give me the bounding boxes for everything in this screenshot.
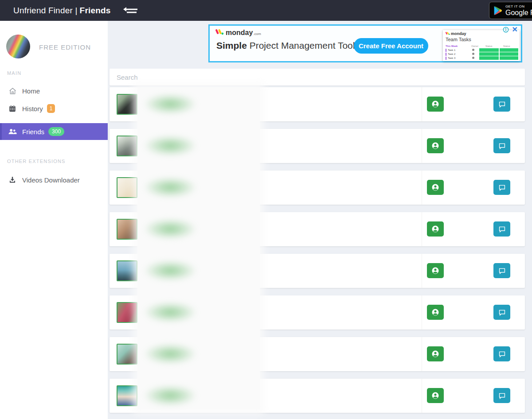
create-free-account-button[interactable]: Create Free Account [354,38,428,54]
view-profile-button[interactable] [427,97,444,112]
ad-preview-task-row: Task 2 [446,52,455,56]
chat-icon [498,183,506,192]
page-title-app: Unfriend Finder | [13,6,78,15]
sidebar-item-label: Home [22,87,40,95]
calendar-icon [8,105,17,113]
section-other-label: OTHER EXTENSIONS [7,159,66,164]
message-button[interactable] [493,263,510,278]
friend-avatar[interactable] [117,177,137,198]
play-badge-line2: Google Play [505,9,532,17]
ad-headline-rest: Project Management Tool [247,40,355,50]
ad-preview-task-row: Task 1 [446,48,455,52]
app-header: Unfriend Finder |Friends GET IT ON Googl… [0,0,532,21]
ad-preview-logo: monday [446,31,466,36]
view-profile-button[interactable] [427,346,444,361]
sidebar-item-videos-downloader[interactable]: Videos Downloader [0,171,108,188]
view-profile-button[interactable] [427,180,444,195]
download-icon [8,176,17,184]
page-title-section: Friends [80,6,111,15]
ad-preview-brand: monday [451,31,466,36]
message-button[interactable] [493,138,510,153]
monday-logo-icon [215,28,224,35]
privacy-blur-overlay [137,87,260,410]
page-title: Unfriend Finder |Friends [13,6,111,16]
message-button[interactable] [493,346,510,361]
message-button[interactable] [493,388,510,403]
chat-icon [498,350,506,358]
edition-label: FREE EDITION [39,43,91,51]
friend-avatar[interactable] [117,94,137,115]
view-profile-button[interactable] [427,138,444,153]
chat-icon [498,142,506,150]
ad-preview-screenshot: monday Team Tasks This Week Owner Status… [443,30,520,61]
ad-headline: Simple Project Management Tool [216,40,355,51]
divider [422,379,422,413]
ad-preview-col-status: Status [503,45,510,47]
avatar[interactable] [6,35,30,58]
chat-icon [498,267,506,275]
chat-icon [498,308,506,317]
ad-brand-name: monday [226,29,253,37]
divider [422,212,422,246]
person-icon [431,225,440,233]
search-input[interactable] [110,69,525,85]
chat-icon [498,225,506,233]
google-play-badge[interactable]: GET IT ON Google Play [489,2,532,19]
sidebar-item-label: Videos Downloader [22,176,80,184]
ad-brand-suffix: .com [253,32,261,36]
search-bar [110,69,525,85]
ad-info-icon[interactable] [503,27,509,33]
history-count-badge: 1 [47,104,55,113]
play-store-icon [493,6,502,16]
divider [422,254,422,288]
person-icon [431,183,440,192]
person-icon [431,100,440,109]
divider [422,87,422,121]
person-icon [431,308,440,317]
person-icon [431,349,440,358]
sidebar-item-friends[interactable]: Friends 300 [0,123,108,140]
person-icon [431,141,440,150]
ad-headline-bold: Simple [216,40,247,50]
friend-avatar[interactable] [117,136,137,156]
ad-banner[interactable]: monday .com Simple Project Management To… [208,24,522,62]
view-profile-button[interactable] [427,305,444,320]
friend-avatar[interactable] [117,344,137,365]
sidebar-item-label: History [22,105,43,113]
sidebar-item-home[interactable]: Home [0,82,108,99]
section-main-label: MAIN [7,70,21,76]
divider [422,129,422,163]
message-button[interactable] [493,180,510,195]
divider [422,337,422,371]
play-badge-line1: GET IT ON [505,4,532,8]
person-icon [431,266,440,275]
divider [422,295,422,330]
message-button[interactable] [493,305,510,320]
message-button[interactable] [493,97,510,112]
ad-close-icon[interactable]: ✕ [512,25,518,34]
friends-icon [8,128,17,136]
sidebar-item-label: Friends [22,128,44,136]
ad-preview-week-label: This Week [446,45,458,47]
view-profile-button[interactable] [427,388,444,403]
view-profile-button[interactable] [427,263,444,278]
ad-preview-col-status: Status [485,45,493,47]
friend-avatar[interactable] [117,302,137,323]
friend-avatar[interactable] [117,385,137,406]
friend-avatar[interactable] [117,260,137,281]
chat-icon [498,392,506,400]
view-profile-button[interactable] [427,221,444,237]
ad-preview-col-owner: Owner [471,45,478,47]
sidebar: FREE EDITION MAIN Home History 1 [0,21,108,419]
friend-avatar[interactable] [117,219,137,240]
message-button[interactable] [493,221,510,237]
ad-preview-title: Team Tasks [446,37,471,42]
home-icon [8,87,17,95]
person-icon [431,391,440,400]
ad-brand-logo: monday .com [215,28,261,37]
collapse-sidebar-icon[interactable] [119,6,138,16]
chat-icon [498,100,506,109]
ad-preview-task-row: Task 3 [446,56,455,60]
friends-count-badge: 300 [48,127,64,136]
sidebar-item-history[interactable]: History 1 [0,100,108,117]
